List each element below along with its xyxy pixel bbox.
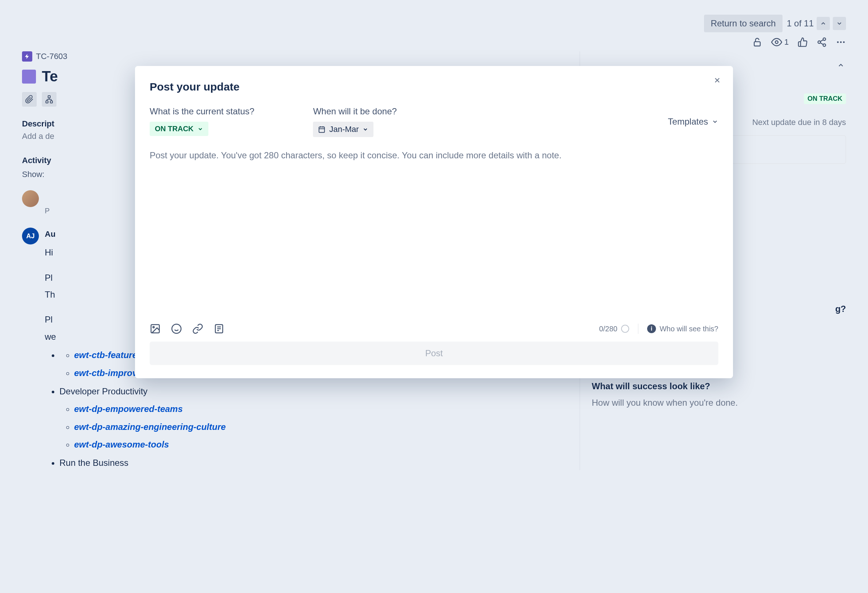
svg-line-6 xyxy=(820,40,823,42)
insert-note-button[interactable] xyxy=(214,323,224,334)
list-item: ewt-dp-empowered-teams xyxy=(74,402,226,416)
modal-title: Post your update xyxy=(150,81,718,93)
update-textarea[interactable]: Post your update. You've got 280 charact… xyxy=(150,149,718,162)
insert-link-button[interactable] xyxy=(192,323,203,334)
hierarchy-icon xyxy=(45,95,53,104)
chevron-down-icon xyxy=(362,127,368,132)
chevron-up-icon xyxy=(820,20,827,27)
pager-text: 1 of 11 xyxy=(787,18,814,29)
more-actions-button[interactable] xyxy=(836,37,846,47)
chevron-down-icon xyxy=(712,118,718,125)
list-item-label: Run the Business xyxy=(59,458,128,468)
list-item: Run the Business xyxy=(59,456,226,470)
link-ewt-dp-amazing-engineering-culture[interactable]: ewt-dp-amazing-engineering-culture xyxy=(74,422,226,432)
share-icon xyxy=(816,37,827,47)
image-icon xyxy=(150,323,161,334)
list-item: ewt-dp-awesome-tools xyxy=(74,438,226,452)
link-ewt-dp-empowered-teams[interactable]: ewt-dp-empowered-teams xyxy=(74,404,183,414)
svg-line-5 xyxy=(820,43,823,45)
editor-toolbar xyxy=(150,323,224,334)
post-button[interactable]: Post xyxy=(150,341,718,365)
svg-rect-11 xyxy=(46,101,48,103)
who-will-see-button[interactable]: i Who will see this? xyxy=(647,324,718,333)
next-update-due: Next update due in 8 days xyxy=(752,118,846,128)
svg-rect-0 xyxy=(754,42,760,46)
link-icon xyxy=(192,323,203,334)
about-question: What will success look like? xyxy=(592,381,846,391)
svg-point-8 xyxy=(840,41,842,43)
child-issue-button[interactable] xyxy=(42,92,56,107)
top-toolbar: Return to search 1 of 11 1 xyxy=(704,15,846,48)
panel-collapse-button[interactable] xyxy=(836,60,846,71)
project-icon xyxy=(22,51,32,62)
share-button[interactable] xyxy=(816,37,827,47)
chevron-down-icon xyxy=(836,20,843,27)
issue-key-link[interactable]: TC-7603 xyxy=(36,52,68,61)
status-lozenge: ON TRACK xyxy=(804,93,846,104)
calendar-icon xyxy=(318,126,325,133)
templates-label: Templates xyxy=(668,116,708,127)
return-to-search-button[interactable]: Return to search xyxy=(704,15,782,32)
svg-point-21 xyxy=(172,324,181,334)
thumbs-up-icon xyxy=(797,37,808,47)
svg-point-9 xyxy=(843,41,845,43)
status-dropdown[interactable]: ON TRACK xyxy=(150,122,208,136)
list-item-label: Developer Productivity xyxy=(59,386,148,396)
epic-color-swatch xyxy=(22,70,36,84)
chevron-up-icon xyxy=(837,62,844,69)
post-update-modal: Post your update What is the current sta… xyxy=(135,66,733,378)
breadcrumb: TC-7603 xyxy=(22,51,565,62)
character-counter: 0/280 xyxy=(599,325,629,333)
about-answer: How will you know when you're done. xyxy=(592,397,846,409)
activity-show-label: Show: xyxy=(22,170,44,179)
issue-title[interactable]: Te xyxy=(42,68,58,85)
current-user-avatar xyxy=(22,190,39,207)
status-field-group: What is the current status? ON TRACK xyxy=(150,106,254,137)
comment-prompt-prefix: P xyxy=(45,205,50,216)
link-ewt-ctb-feature[interactable]: ewt-ctb-feature xyxy=(74,350,137,360)
smiley-icon xyxy=(171,323,182,334)
templates-dropdown[interactable]: Templates xyxy=(668,106,718,137)
svg-point-1 xyxy=(775,41,778,44)
pager-prev-button[interactable] xyxy=(816,17,830,30)
watchers-button[interactable]: 1 xyxy=(771,37,789,48)
target-date-dropdown[interactable]: Jan-Mar xyxy=(313,122,373,137)
svg-point-4 xyxy=(823,44,826,47)
ellipsis-icon xyxy=(836,37,846,47)
info-icon: i xyxy=(647,324,656,333)
attach-button[interactable] xyxy=(22,92,37,107)
divider xyxy=(638,324,638,334)
svg-rect-15 xyxy=(319,127,325,132)
comment-author-avatar: AJ xyxy=(22,228,39,244)
svg-rect-10 xyxy=(48,96,50,98)
insert-image-button[interactable] xyxy=(150,323,161,334)
pager-next-button[interactable] xyxy=(833,17,846,30)
svg-point-7 xyxy=(837,41,839,43)
done-field-group: When will it be done? Jan-Mar xyxy=(313,106,397,137)
lock-open-icon[interactable] xyxy=(752,37,762,47)
svg-rect-12 xyxy=(50,101,52,103)
eye-icon xyxy=(771,37,782,48)
status-field-label: What is the current status? xyxy=(150,106,254,116)
char-progress-ring xyxy=(621,325,629,333)
paperclip-icon xyxy=(25,95,34,104)
status-value: ON TRACK xyxy=(155,125,194,133)
link-ewt-dp-awesome-tools[interactable]: ewt-dp-awesome-tools xyxy=(74,440,169,449)
watch-count: 1 xyxy=(784,37,789,47)
vote-button[interactable] xyxy=(797,37,808,47)
svg-point-20 xyxy=(153,327,155,328)
who-label: Who will see this? xyxy=(660,325,718,333)
issue-pager: 1 of 11 xyxy=(787,17,846,30)
done-field-label: When will it be done? xyxy=(313,106,397,116)
insert-emoji-button[interactable] xyxy=(171,323,182,334)
svg-point-3 xyxy=(818,41,821,44)
note-icon xyxy=(214,323,224,334)
list-item: ewt-dp-amazing-engineering-culture xyxy=(74,420,226,434)
target-date-value: Jan-Mar xyxy=(329,125,359,134)
close-button[interactable] xyxy=(713,76,721,84)
list-item: Developer Productivity ewt-dp-empowered-… xyxy=(59,384,226,452)
svg-point-2 xyxy=(823,38,826,40)
char-count-text: 0/280 xyxy=(599,325,617,333)
chevron-down-icon xyxy=(197,126,203,132)
close-icon xyxy=(713,76,721,84)
